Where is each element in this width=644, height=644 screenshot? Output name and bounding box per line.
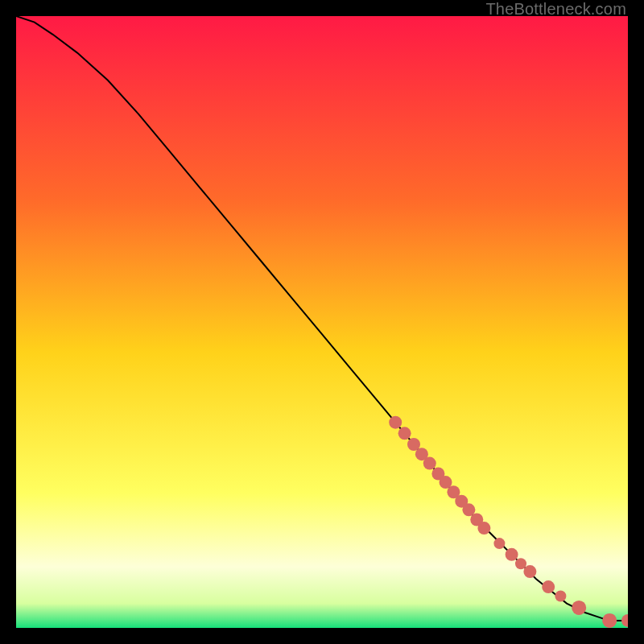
data-marker bbox=[389, 416, 402, 429]
data-marker bbox=[515, 558, 526, 569]
data-marker bbox=[477, 522, 490, 535]
data-marker bbox=[506, 548, 518, 561]
data-marker bbox=[572, 601, 586, 615]
data-marker bbox=[542, 580, 555, 593]
data-marker bbox=[493, 538, 505, 549]
bottleneck-chart bbox=[16, 16, 628, 628]
data-marker bbox=[398, 427, 411, 440]
data-marker bbox=[423, 457, 436, 470]
gradient-background bbox=[16, 16, 628, 628]
data-marker bbox=[523, 565, 536, 578]
data-marker bbox=[602, 613, 617, 628]
data-marker bbox=[555, 590, 566, 601]
chart-container: TheBottleneck.com bbox=[0, 0, 644, 644]
